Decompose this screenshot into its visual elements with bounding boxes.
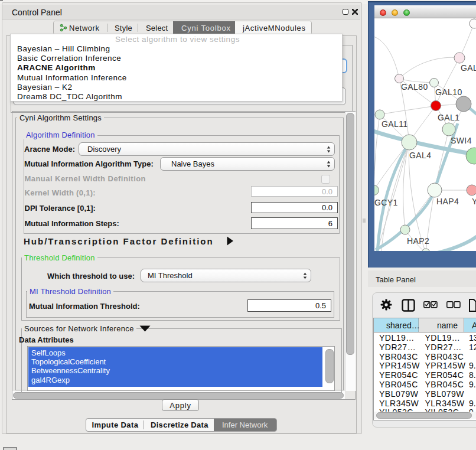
svg-text:GAL1: GAL1 xyxy=(438,113,459,122)
svg-text:GAL7: GAL7 xyxy=(461,63,476,73)
svg-text:HAP4: HAP4 xyxy=(436,197,459,206)
svg-text:GAL80: GAL80 xyxy=(401,82,428,92)
svg-text:HAP2: HAP2 xyxy=(407,236,429,246)
svg-text:GAL4: GAL4 xyxy=(409,151,431,160)
svg-text:GCY1: GCY1 xyxy=(374,198,398,207)
svg-text:SWI4: SWI4 xyxy=(451,136,472,145)
svg-text:GAL10: GAL10 xyxy=(435,87,462,97)
svg-text:Y: Y xyxy=(472,197,476,206)
svg-text:GAL11: GAL11 xyxy=(382,119,408,129)
